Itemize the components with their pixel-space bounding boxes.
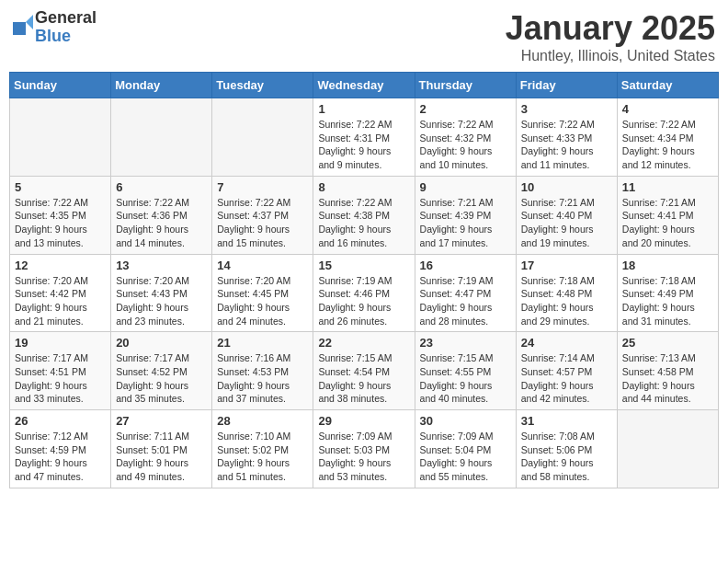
day-info: Sunrise: 7:18 AMSunset: 4:49 PMDaylight:… xyxy=(622,274,713,328)
day-info: Sunrise: 7:22 AMSunset: 4:38 PMDaylight:… xyxy=(318,196,409,250)
day-number: 26 xyxy=(15,414,106,428)
day-number: 15 xyxy=(318,259,409,272)
calendar-cell: 21Sunrise: 7:16 AMSunset: 4:53 PMDayligh… xyxy=(212,332,313,410)
day-number: 9 xyxy=(420,180,511,194)
calendar-cell: 25Sunrise: 7:13 AMSunset: 4:58 PMDayligh… xyxy=(617,332,718,410)
day-info: Sunrise: 7:22 AMSunset: 4:32 PMDaylight:… xyxy=(420,118,511,172)
calendar-cell xyxy=(212,98,313,177)
day-info: Sunrise: 7:22 AMSunset: 4:31 PMDaylight:… xyxy=(318,118,409,172)
day-info: Sunrise: 7:22 AMSunset: 4:34 PMDaylight:… xyxy=(622,118,713,172)
calendar-cell: 18Sunrise: 7:18 AMSunset: 4:49 PMDayligh… xyxy=(617,254,718,332)
logo-icon xyxy=(13,15,31,40)
weekday-header-row: SundayMondayTuesdayWednesdayThursdayFrid… xyxy=(10,73,719,98)
weekday-header-saturday: Saturday xyxy=(617,73,718,98)
calendar-week-4: 19Sunrise: 7:17 AMSunset: 4:51 PMDayligh… xyxy=(10,332,719,410)
weekday-header-sunday: Sunday xyxy=(10,73,111,98)
calendar-cell xyxy=(10,98,111,177)
day-info: Sunrise: 7:09 AMSunset: 5:03 PMDaylight:… xyxy=(318,430,409,484)
day-info: Sunrise: 7:21 AMSunset: 4:41 PMDaylight:… xyxy=(622,196,713,250)
logo: General Blue xyxy=(13,9,97,46)
logo-general-text: General xyxy=(35,9,97,28)
day-info: Sunrise: 7:21 AMSunset: 4:40 PMDaylight:… xyxy=(521,196,612,250)
day-number: 16 xyxy=(420,259,511,272)
day-number: 17 xyxy=(521,259,612,272)
calendar-cell: 5Sunrise: 7:22 AMSunset: 4:35 PMDaylight… xyxy=(10,176,111,254)
day-info: Sunrise: 7:09 AMSunset: 5:04 PMDaylight:… xyxy=(420,430,511,484)
day-number: 10 xyxy=(521,180,612,194)
day-info: Sunrise: 7:20 AMSunset: 4:45 PMDaylight:… xyxy=(217,274,308,328)
calendar-cell: 19Sunrise: 7:17 AMSunset: 4:51 PMDayligh… xyxy=(10,332,111,410)
weekday-header-tuesday: Tuesday xyxy=(212,73,313,98)
day-info: Sunrise: 7:22 AMSunset: 4:35 PMDaylight:… xyxy=(15,196,106,250)
month-title: January 2025 xyxy=(506,9,715,48)
calendar-cell: 12Sunrise: 7:20 AMSunset: 4:42 PMDayligh… xyxy=(10,254,111,332)
day-info: Sunrise: 7:13 AMSunset: 4:58 PMDaylight:… xyxy=(622,351,713,406)
calendar-cell: 23Sunrise: 7:15 AMSunset: 4:55 PMDayligh… xyxy=(415,332,516,410)
day-number: 5 xyxy=(15,180,106,194)
day-info: Sunrise: 7:20 AMSunset: 4:43 PMDaylight:… xyxy=(116,274,207,328)
day-number: 1 xyxy=(318,102,409,116)
day-number: 19 xyxy=(15,336,106,350)
day-info: Sunrise: 7:15 AMSunset: 4:55 PMDaylight:… xyxy=(420,351,511,406)
calendar-cell: 2Sunrise: 7:22 AMSunset: 4:32 PMDaylight… xyxy=(415,98,516,177)
svg-marker-1 xyxy=(26,15,33,29)
calendar-cell: 9Sunrise: 7:21 AMSunset: 4:39 PMDaylight… xyxy=(415,176,516,254)
day-info: Sunrise: 7:15 AMSunset: 4:54 PMDaylight:… xyxy=(318,351,409,406)
day-info: Sunrise: 7:19 AMSunset: 4:47 PMDaylight:… xyxy=(420,274,511,328)
day-number: 30 xyxy=(420,414,511,428)
day-info: Sunrise: 7:22 AMSunset: 4:36 PMDaylight:… xyxy=(116,196,207,250)
calendar-cell: 20Sunrise: 7:17 AMSunset: 4:52 PMDayligh… xyxy=(111,332,212,410)
calendar-cell: 3Sunrise: 7:22 AMSunset: 4:33 PMDaylight… xyxy=(516,98,617,177)
day-number: 12 xyxy=(15,259,106,272)
day-number: 23 xyxy=(420,336,511,350)
calendar-cell: 15Sunrise: 7:19 AMSunset: 4:46 PMDayligh… xyxy=(313,254,415,332)
day-info: Sunrise: 7:22 AMSunset: 4:33 PMDaylight:… xyxy=(521,118,612,172)
page-header: General Blue January 2025 Huntley, Illin… xyxy=(9,9,719,64)
day-number: 24 xyxy=(521,336,612,350)
calendar-week-2: 5Sunrise: 7:22 AMSunset: 4:35 PMDaylight… xyxy=(10,176,719,254)
day-info: Sunrise: 7:20 AMSunset: 4:42 PMDaylight:… xyxy=(15,274,106,328)
calendar-cell: 11Sunrise: 7:21 AMSunset: 4:41 PMDayligh… xyxy=(617,176,718,254)
calendar-cell: 6Sunrise: 7:22 AMSunset: 4:36 PMDaylight… xyxy=(111,176,212,254)
calendar-cell xyxy=(111,98,212,177)
calendar-cell: 17Sunrise: 7:18 AMSunset: 4:48 PMDayligh… xyxy=(516,254,617,332)
day-info: Sunrise: 7:17 AMSunset: 4:51 PMDaylight:… xyxy=(15,351,106,406)
calendar-cell: 14Sunrise: 7:20 AMSunset: 4:45 PMDayligh… xyxy=(212,254,313,332)
day-info: Sunrise: 7:10 AMSunset: 5:02 PMDaylight:… xyxy=(217,430,308,484)
day-number: 20 xyxy=(116,336,207,350)
day-number: 27 xyxy=(116,414,207,428)
calendar-cell: 7Sunrise: 7:22 AMSunset: 4:37 PMDaylight… xyxy=(212,176,313,254)
weekday-header-monday: Monday xyxy=(111,73,212,98)
calendar-table: SundayMondayTuesdayWednesdayThursdayFrid… xyxy=(9,72,719,488)
logo-text: General Blue xyxy=(35,9,97,46)
day-number: 11 xyxy=(622,180,713,194)
calendar-cell: 4Sunrise: 7:22 AMSunset: 4:34 PMDaylight… xyxy=(617,98,718,177)
calendar-week-1: 1Sunrise: 7:22 AMSunset: 4:31 PMDaylight… xyxy=(10,98,719,177)
day-number: 21 xyxy=(217,336,308,350)
location-title: Huntley, Illinois, United States xyxy=(506,48,715,64)
calendar-cell: 1Sunrise: 7:22 AMSunset: 4:31 PMDaylight… xyxy=(313,98,415,177)
calendar-cell: 13Sunrise: 7:20 AMSunset: 4:43 PMDayligh… xyxy=(111,254,212,332)
day-number: 31 xyxy=(521,414,612,428)
day-number: 13 xyxy=(116,259,207,272)
day-number: 29 xyxy=(318,414,409,428)
calendar-cell: 10Sunrise: 7:21 AMSunset: 4:40 PMDayligh… xyxy=(516,176,617,254)
logo-blue-text: Blue xyxy=(35,28,97,46)
day-number: 25 xyxy=(622,336,713,350)
calendar-cell: 22Sunrise: 7:15 AMSunset: 4:54 PMDayligh… xyxy=(313,332,415,410)
day-info: Sunrise: 7:08 AMSunset: 5:06 PMDaylight:… xyxy=(521,430,612,484)
calendar-cell: 31Sunrise: 7:08 AMSunset: 5:06 PMDayligh… xyxy=(516,410,617,488)
calendar-week-5: 26Sunrise: 7:12 AMSunset: 4:59 PMDayligh… xyxy=(10,410,719,488)
calendar-week-3: 12Sunrise: 7:20 AMSunset: 4:42 PMDayligh… xyxy=(10,254,719,332)
day-number: 18 xyxy=(622,259,713,272)
day-info: Sunrise: 7:12 AMSunset: 4:59 PMDaylight:… xyxy=(15,430,106,484)
weekday-header-wednesday: Wednesday xyxy=(313,73,415,98)
day-number: 6 xyxy=(116,180,207,194)
weekday-header-thursday: Thursday xyxy=(415,73,516,98)
day-info: Sunrise: 7:16 AMSunset: 4:53 PMDaylight:… xyxy=(217,351,308,406)
day-info: Sunrise: 7:18 AMSunset: 4:48 PMDaylight:… xyxy=(521,274,612,328)
calendar-cell xyxy=(617,410,718,488)
day-info: Sunrise: 7:19 AMSunset: 4:46 PMDaylight:… xyxy=(318,274,409,328)
day-info: Sunrise: 7:11 AMSunset: 5:01 PMDaylight:… xyxy=(116,430,207,484)
weekday-header-friday: Friday xyxy=(516,73,617,98)
